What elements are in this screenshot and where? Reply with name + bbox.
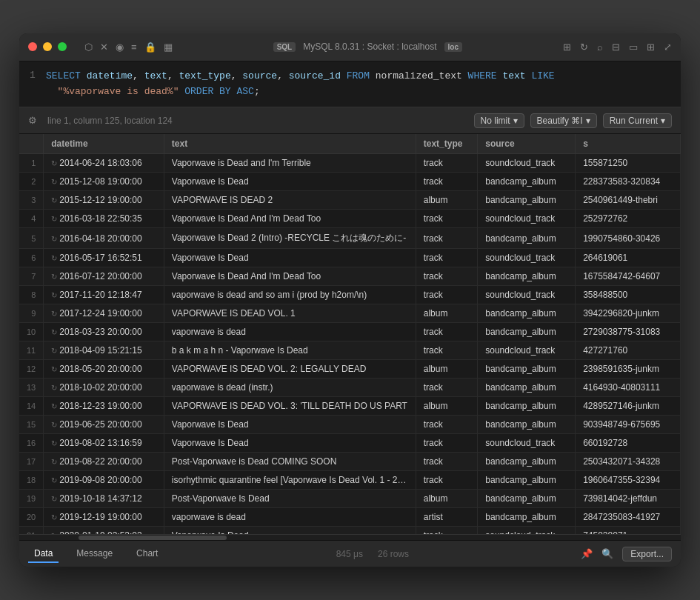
cell-text-type: track xyxy=(416,286,478,304)
cell-text-type: track xyxy=(416,527,478,535)
cell-datetime: ↻2016-05-17 16:52:51 xyxy=(44,249,164,267)
cell-s: 228373583-320834 xyxy=(576,173,681,191)
close-button[interactable] xyxy=(28,42,37,51)
table-row[interactable]: 6 ↻2016-05-17 16:52:51 Vaporwave Is Dead… xyxy=(19,249,681,267)
row-number: 16 xyxy=(19,434,44,453)
tab-message[interactable]: Message xyxy=(70,545,119,563)
table-row[interactable]: 8 ↻2017-11-20 12:18:47 vaporwave is dead… xyxy=(19,286,681,304)
col-header-text[interactable]: text xyxy=(164,134,416,154)
results-table-container[interactable]: datetime text text_type source s 1 ↻2014… xyxy=(19,134,681,534)
row-number: 3 xyxy=(19,191,44,210)
chevron-down-icon: ▾ xyxy=(513,116,518,126)
cell-source: soundcloud_track xyxy=(478,154,576,173)
cell-text: Vaporwave Is Dead And I'm Dead Too xyxy=(164,210,416,228)
cell-datetime: ↻2018-03-23 20:00:00 xyxy=(44,323,164,341)
table-row[interactable]: 5 ↻2016-04-18 20:00:00 Vaporwave Is Dead… xyxy=(19,228,681,249)
table-row[interactable]: 19 ↻2019-10-18 14:37:12 Post-Vaporwave I… xyxy=(19,490,681,508)
connection-title: MySQL 8.0.31 : Socket : localhost xyxy=(303,41,436,52)
cell-text: Post-Vaporwave Is Dead xyxy=(164,490,416,508)
lock-icon[interactable]: 🔒 xyxy=(144,41,156,53)
fullscreen-icon[interactable]: ⤢ xyxy=(664,41,672,53)
status-search-icon[interactable]: 🔍 xyxy=(601,548,613,559)
cell-text: Vaporwave Is Dead xyxy=(164,249,416,267)
row-number: 14 xyxy=(19,397,44,416)
cell-datetime: ↻2018-10-02 20:00:00 xyxy=(44,379,164,397)
cell-text-type: track xyxy=(416,416,478,434)
minimize-button[interactable] xyxy=(43,42,52,51)
row-number: 17 xyxy=(19,453,44,471)
split-view-icon[interactable]: ⊟ xyxy=(612,41,620,53)
cell-s: 3942296820-junkm xyxy=(576,304,681,323)
table-row[interactable]: 1 ↻2014-06-24 18:03:06 Vaporwave is Dead… xyxy=(19,154,681,173)
cell-text: Vaporwave Is Dead xyxy=(164,527,416,535)
row-number: 13 xyxy=(19,379,44,397)
cell-s: 358488500 xyxy=(576,286,681,304)
table-row[interactable]: 3 ↻2015-12-12 19:00:00 VAPORWAVE IS DEAD… xyxy=(19,191,681,210)
cell-datetime: ↻2019-08-22 20:00:00 xyxy=(44,453,164,471)
titlebar-left-icons: ⬡ ✕ ◉ ≡ 🔒 ▦ xyxy=(84,41,173,53)
cell-text: vaporwave is dead and so am i (prod by h… xyxy=(164,286,416,304)
pin-icon[interactable]: 📌 xyxy=(581,548,593,559)
nav-back-icon[interactable]: ⬡ xyxy=(84,41,93,53)
table-row[interactable]: 20 ↻2019-12-19 19:00:00 vaporwave is dea… xyxy=(19,508,681,527)
col-header-text-type[interactable]: text_type xyxy=(416,134,478,154)
tab-data[interactable]: Data xyxy=(28,545,59,563)
cell-text-type: track xyxy=(416,228,478,249)
table-row[interactable]: 10 ↻2018-03-23 20:00:00 vaporwave is dea… xyxy=(19,323,681,341)
table-row[interactable]: 15 ↻2019-06-25 20:00:00 Vaporwave Is Dea… xyxy=(19,416,681,434)
table-row[interactable]: 16 ↻2019-08-02 13:16:59 Vaporwave Is Dea… xyxy=(19,434,681,453)
chart-icon[interactable]: ⊞ xyxy=(563,41,571,53)
status-right-actions: 📌 🔍 Export... xyxy=(581,547,672,561)
table-row[interactable]: 18 ↻2019-09-08 20:00:00 isorhythmic quar… xyxy=(19,471,681,490)
query-editor[interactable]: 1 SELECT datetime, text, text_type, sour… xyxy=(19,61,681,108)
cell-s: 745838071 xyxy=(576,527,681,535)
col-header-datetime[interactable]: datetime xyxy=(44,134,164,154)
cursor-info: line 1, column 125, location 124 xyxy=(47,116,468,126)
table-row[interactable]: 13 ↻2018-10-02 20:00:00 vaporwave is dea… xyxy=(19,379,681,397)
cell-text: isorhythmic quarantine feel [Vaporwave I… xyxy=(164,471,416,490)
preview-icon[interactable]: ◉ xyxy=(116,41,124,53)
tab-chart[interactable]: Chart xyxy=(130,545,164,563)
table-row[interactable]: 17 ↻2019-08-22 20:00:00 Post-Vaporwave i… xyxy=(19,453,681,471)
table-row[interactable]: 12 ↻2018-05-20 20:00:00 VAPORWAVE IS DEA… xyxy=(19,360,681,379)
cell-text: Vaporwave is Dead and I'm Terrible xyxy=(164,154,416,173)
col-header-s[interactable]: s xyxy=(576,134,681,154)
panel-icon[interactable]: ▭ xyxy=(629,41,638,53)
search-icon[interactable]: ⌕ xyxy=(597,41,603,53)
status-timing: 845 μs 26 rows xyxy=(176,549,569,559)
close-tab-icon[interactable]: ✕ xyxy=(100,41,108,53)
settings-icon[interactable]: ⚙ xyxy=(28,115,37,126)
cell-text-type: track xyxy=(416,434,478,453)
row-number: 21 xyxy=(19,527,44,535)
table-row[interactable]: 11 ↻2018-04-09 15:21:15 b a k m a h n - … xyxy=(19,341,681,360)
cell-datetime: ↻2015-12-08 19:00:00 xyxy=(44,173,164,191)
results-table: datetime text text_type source s 1 ↻2014… xyxy=(19,134,681,534)
refresh-icon[interactable]: ↻ xyxy=(580,41,588,53)
cell-text-type: track xyxy=(416,210,478,228)
table-row[interactable]: 14 ↻2018-12-23 19:00:00 VAPORWAVE IS DEA… xyxy=(19,397,681,416)
table-row[interactable]: 4 ↻2016-03-18 22:50:35 Vaporwave Is Dead… xyxy=(19,210,681,228)
database-icon[interactable]: ▦ xyxy=(164,41,173,53)
row-number: 9 xyxy=(19,304,44,323)
cell-s: 1960647355-32394 xyxy=(576,471,681,490)
list-icon[interactable]: ≡ xyxy=(131,41,137,53)
cell-datetime: ↻2018-12-23 19:00:00 xyxy=(44,397,164,416)
cell-s: 4164930-40803111 xyxy=(576,379,681,397)
table-row[interactable]: 9 ↻2017-12-24 19:00:00 VAPORWAVE IS DEAD… xyxy=(19,304,681,323)
sidebar-icon[interactable]: ⊞ xyxy=(647,41,655,53)
table-row[interactable]: 2 ↻2015-12-08 19:00:00 Vaporwave Is Dead… xyxy=(19,173,681,191)
table-row[interactable]: 21 ↻2020-01-19 03:53:03 Vaporwave Is Dea… xyxy=(19,527,681,535)
beautify-select[interactable]: Beautify ⌘I ▾ xyxy=(530,113,597,128)
run-current-button[interactable]: Run Current ▾ xyxy=(603,113,672,128)
cell-text: vaporwave is dead xyxy=(164,508,416,527)
cell-source: bandcamp_album xyxy=(478,453,576,471)
no-limit-select[interactable]: No limit ▾ xyxy=(474,113,524,128)
maximize-button[interactable] xyxy=(58,42,67,51)
query-text[interactable]: SELECT datetime, text, text_type, source… xyxy=(46,69,555,100)
cell-datetime: ↻2019-12-19 19:00:00 xyxy=(44,508,164,527)
export-button[interactable]: Export... xyxy=(622,547,672,561)
horizontal-scrollbar[interactable] xyxy=(19,534,681,540)
col-header-source[interactable]: source xyxy=(478,134,576,154)
cell-source: bandcamp_album xyxy=(478,191,576,210)
table-row[interactable]: 7 ↻2016-07-12 20:00:00 Vaporwave Is Dead… xyxy=(19,267,681,286)
